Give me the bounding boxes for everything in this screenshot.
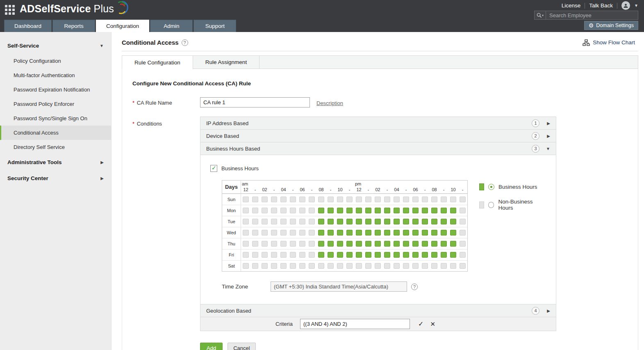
hour-cell-fri-1[interactable] — [252, 252, 258, 258]
time-zone-input[interactable] — [271, 281, 407, 292]
hour-cell-fri-17[interactable] — [403, 252, 409, 258]
hour-cell-thu-4[interactable] — [280, 241, 287, 247]
hour-cell-mon-2[interactable] — [262, 208, 268, 213]
hour-cell-sat-10[interactable] — [337, 263, 343, 269]
chevron-right-icon[interactable]: ▶ — [539, 309, 550, 313]
hour-cell-thu-13[interactable] — [365, 241, 371, 247]
hour-cell-fri-14[interactable] — [375, 252, 381, 258]
hour-cell-sun-19[interactable] — [422, 197, 428, 202]
hour-cell-tue-12[interactable] — [356, 219, 362, 224]
hour-cell-thu-17[interactable] — [403, 241, 409, 247]
hour-cell-tue-19[interactable] — [422, 219, 428, 224]
accordion-device-based[interactable]: Device Based 2 ▶ — [200, 129, 556, 142]
sidebar-item-directory-self-service[interactable]: Directory Self Service — [0, 140, 111, 154]
hour-cell-mon-0[interactable] — [243, 208, 249, 213]
hour-cell-tue-9[interactable] — [328, 219, 334, 224]
hour-cell-mon-7[interactable] — [309, 208, 315, 213]
hour-cell-sun-1[interactable] — [252, 197, 258, 202]
hour-cell-sun-6[interactable] — [299, 197, 305, 202]
hour-cell-mon-6[interactable] — [299, 208, 305, 213]
license-link[interactable]: License — [562, 2, 581, 9]
hour-cell-wed-14[interactable] — [375, 230, 381, 236]
domain-settings-button[interactable]: ⚙ Domain Settings — [584, 21, 638, 30]
hour-cell-fri-18[interactable] — [412, 252, 419, 258]
criteria-input[interactable] — [300, 319, 410, 329]
talk-back-link[interactable]: Talk Back — [589, 2, 613, 9]
hour-cell-tue-15[interactable] — [384, 219, 390, 224]
hour-cell-wed-11[interactable] — [346, 230, 353, 236]
hour-cell-wed-1[interactable] — [252, 230, 258, 236]
hour-cell-sat-11[interactable] — [346, 263, 353, 269]
hour-cell-fri-19[interactable] — [422, 252, 428, 258]
hour-cell-sat-20[interactable] — [431, 263, 437, 269]
user-menu-caret-icon[interactable]: ▼ — [634, 3, 638, 8]
hour-cell-sun-0[interactable] — [243, 197, 249, 202]
hour-cell-sat-23[interactable] — [460, 263, 466, 269]
business-hours-checkbox[interactable] — [210, 165, 217, 172]
hour-cell-fri-7[interactable] — [309, 252, 315, 258]
hour-cell-fri-20[interactable] — [431, 252, 437, 258]
apps-grid-icon[interactable] — [5, 5, 16, 16]
hour-cell-mon-4[interactable] — [280, 208, 287, 213]
hour-cell-mon-19[interactable] — [422, 208, 428, 213]
hour-cell-tue-4[interactable] — [280, 219, 287, 224]
business-hours-radio[interactable] — [488, 184, 494, 190]
hour-cell-fri-0[interactable] — [243, 252, 249, 258]
hour-cell-sun-23[interactable] — [460, 197, 466, 202]
hour-cell-sat-13[interactable] — [365, 263, 371, 269]
sidebar-item-conditional-access[interactable]: Conditional Access — [0, 126, 111, 140]
hour-cell-fri-3[interactable] — [271, 252, 277, 258]
hour-cell-tue-17[interactable] — [403, 219, 409, 224]
hour-cell-thu-15[interactable] — [384, 241, 390, 247]
hour-cell-mon-21[interactable] — [441, 208, 447, 213]
search-icon[interactable]: ▾ — [535, 11, 546, 19]
hour-cell-wed-8[interactable] — [318, 230, 324, 236]
hour-cell-thu-18[interactable] — [412, 241, 419, 247]
hour-cell-thu-14[interactable] — [375, 241, 381, 247]
add-button[interactable]: Add — [200, 343, 223, 350]
hour-cell-sun-11[interactable] — [346, 197, 353, 202]
hour-cell-thu-22[interactable] — [450, 241, 456, 247]
hour-cell-thu-12[interactable] — [356, 241, 362, 247]
hour-cell-fri-11[interactable] — [346, 252, 353, 258]
hour-cell-sun-12[interactable] — [356, 197, 362, 202]
hour-cell-wed-17[interactable] — [403, 230, 409, 236]
hour-cell-sat-16[interactable] — [394, 263, 400, 269]
hour-cell-fri-4[interactable] — [280, 252, 287, 258]
sidebar-item-policy-configuration[interactable]: Policy Configuration — [0, 54, 111, 68]
hour-cell-thu-0[interactable] — [243, 241, 249, 247]
hour-cell-wed-2[interactable] — [262, 230, 268, 236]
nav-tab-support[interactable]: Support — [193, 20, 236, 32]
sidebar-item-multi-factor-authentication[interactable]: Multi-factor Authentication — [0, 68, 111, 82]
hour-cell-tue-6[interactable] — [299, 219, 305, 224]
hour-cell-thu-16[interactable] — [394, 241, 400, 247]
hour-cell-fri-2[interactable] — [262, 252, 268, 258]
non-business-hours-radio[interactable] — [488, 202, 494, 208]
hour-cell-sat-22[interactable] — [450, 263, 456, 269]
hour-cell-mon-14[interactable] — [375, 208, 381, 213]
hour-cell-fri-5[interactable] — [290, 252, 296, 258]
hour-cell-tue-13[interactable] — [365, 219, 371, 224]
hour-cell-fri-22[interactable] — [450, 252, 456, 258]
hour-cell-tue-5[interactable] — [290, 219, 296, 224]
hour-cell-wed-7[interactable] — [309, 230, 315, 236]
hour-cell-tue-22[interactable] — [450, 219, 456, 224]
nav-tab-admin[interactable]: Admin — [150, 20, 193, 32]
show-flow-chart-link[interactable]: Show Flow Chart — [583, 39, 635, 46]
hour-cell-wed-5[interactable] — [290, 230, 296, 236]
cancel-button[interactable]: Cancel — [228, 343, 255, 350]
hour-cell-sat-8[interactable] — [318, 263, 324, 269]
sidebar-item-password-sync-single-sign-on[interactable]: Password Sync/Single Sign On — [0, 111, 111, 126]
hour-cell-mon-20[interactable] — [431, 208, 437, 213]
hour-cell-tue-3[interactable] — [271, 219, 277, 224]
hour-cell-sun-21[interactable] — [441, 197, 447, 202]
hour-cell-wed-3[interactable] — [271, 230, 277, 236]
hour-cell-sat-0[interactable] — [243, 263, 249, 269]
user-avatar-icon[interactable] — [621, 1, 630, 10]
hour-cell-wed-6[interactable] — [299, 230, 305, 236]
hour-cell-sat-15[interactable] — [384, 263, 390, 269]
hour-cell-thu-20[interactable] — [431, 241, 437, 247]
chevron-right-icon[interactable]: ▶ — [539, 121, 550, 126]
hour-cell-fri-23[interactable] — [460, 252, 466, 258]
hour-cell-fri-12[interactable] — [356, 252, 362, 258]
